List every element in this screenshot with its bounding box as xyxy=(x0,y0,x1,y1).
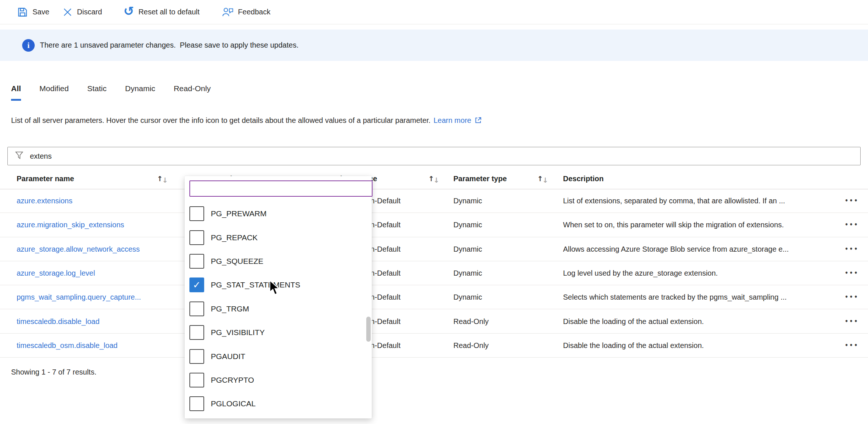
parameter-link[interactable]: pgms_wait_sampling.query_capture... xyxy=(17,293,141,301)
option-label: PG_REPACK xyxy=(211,233,258,242)
row-more-button[interactable]: ••• xyxy=(845,197,859,204)
option-pg-trgm[interactable]: ✓ PG_TRGM xyxy=(185,297,372,321)
row-more-button[interactable]: ••• xyxy=(845,221,859,228)
feedback-label: Feedback xyxy=(238,8,271,16)
table-row: azure.migration_skip_extensions Non-Defa… xyxy=(0,213,868,237)
table-row: timescaledb_osm.disable_load Non-Default… xyxy=(0,334,868,358)
option-pglogical[interactable]: ✓ PGLOGICAL xyxy=(185,392,372,416)
description-cell: Disable the loading of the actual extens… xyxy=(563,317,704,325)
checkbox[interactable]: ✓ xyxy=(189,206,204,221)
row-more-button[interactable]: ••• xyxy=(845,270,859,276)
description-text: List of all server parameters. Hover the… xyxy=(11,116,430,125)
learn-more-link[interactable]: Learn more xyxy=(433,116,471,125)
page-description: List of all server parameters. Hover the… xyxy=(11,116,482,125)
parameter-link[interactable]: timescaledb_osm.disable_load xyxy=(17,341,118,349)
reset-all-button[interactable]: ↺ Reset all to default xyxy=(123,6,199,18)
table-row: pgms_wait_sampling.query_capture... Non-… xyxy=(0,285,868,309)
option-pg-squeeze[interactable]: ✓ PG_SQUEEZE xyxy=(185,249,372,273)
option-pg-visibility[interactable]: ✓ PG_VISIBILITY xyxy=(185,321,372,344)
option-label: PG_SQUEEZE xyxy=(211,257,263,266)
row-more-button[interactable]: ••• xyxy=(845,318,859,325)
option-label: PG_TRGM xyxy=(211,304,249,313)
parameter-type-cell: Dynamic xyxy=(453,269,482,278)
sort-icon-value-source[interactable]: ↑↓ xyxy=(428,175,439,183)
description-cell: List of extensions, separated by comma, … xyxy=(563,197,785,205)
checkbox[interactable]: ✓ xyxy=(189,325,204,340)
feedback-person-icon xyxy=(222,7,234,17)
table-row: azure_storage.log_level Non-Default Dyna… xyxy=(0,261,868,285)
parameter-link[interactable]: azure_storage.log_level xyxy=(17,269,95,278)
checkbox[interactable]: ✓ xyxy=(189,373,204,387)
filter-input[interactable] xyxy=(29,152,769,161)
reset-undo-icon: ↺ xyxy=(123,5,134,17)
save-icon xyxy=(17,7,28,18)
row-more-button[interactable]: ••• xyxy=(845,246,859,252)
option-label: PGLOGICAL xyxy=(211,399,255,408)
tab-all[interactable]: All xyxy=(11,84,21,101)
results-count: Showing 1 - 7 of 7 results. xyxy=(11,368,96,376)
description-cell: Disable the loading of the actual extens… xyxy=(563,341,704,349)
sort-icon-parameter-name[interactable]: ↑↓ xyxy=(157,175,168,183)
checkbox[interactable]: ✓ xyxy=(189,278,204,292)
banner-message: There are 1 unsaved parameter changes. P… xyxy=(40,41,298,49)
save-label: Save xyxy=(32,8,49,16)
option-label: PG_STAT_STATEMENTS xyxy=(211,280,300,289)
tab-read-only[interactable]: Read-Only xyxy=(174,84,210,101)
save-button[interactable]: Save xyxy=(17,7,49,18)
dropdown-option-list: ✓ PG_PREWARM ✓ PG_REPACK ✓ PG_SQUEEZE ✓ … xyxy=(185,202,372,416)
tab-modified[interactable]: Modified xyxy=(40,84,69,101)
option-label: PG_PREWARM xyxy=(211,209,267,218)
description-cell: Allows accessing Azure Storage Blob serv… xyxy=(563,245,789,253)
external-link-icon xyxy=(474,116,482,126)
parameter-type-cell: Read-Only xyxy=(453,341,489,349)
option-pg-prewarm[interactable]: ✓ PG_PREWARM xyxy=(185,202,372,225)
checkbox[interactable]: ✓ xyxy=(189,301,204,316)
discard-x-icon xyxy=(62,7,73,17)
table-row: timescaledb.disable_load Non-Default Rea… xyxy=(0,309,868,333)
filter-funnel-icon xyxy=(14,151,24,162)
dropdown-search-input[interactable] xyxy=(189,180,373,197)
reset-label: Reset all to default xyxy=(138,8,200,16)
parameter-type-cell: Dynamic xyxy=(453,221,482,229)
parameter-type-cell: Dynamic xyxy=(453,197,482,205)
discard-button[interactable]: Discard xyxy=(62,7,102,17)
col-parameter-name[interactable]: Parameter name xyxy=(17,174,74,183)
table-header: Parameter name ↑↓ Value Value source ↑↓ … xyxy=(0,168,868,189)
table-body: azure.extensions Non-Default Dynamic Lis… xyxy=(0,189,868,358)
checkbox[interactable]: ✓ xyxy=(189,396,204,411)
parameter-filter-box xyxy=(7,147,861,165)
option-label: PGCRYPTO xyxy=(211,376,254,385)
table-row: azure_storage.allow_network_access Non-D… xyxy=(0,237,868,261)
parameter-link[interactable]: azure_storage.allow_network_access xyxy=(17,245,140,253)
row-more-button[interactable]: ••• xyxy=(845,294,859,300)
filter-tabs: All Modified Static Dynamic Read-Only xyxy=(11,84,229,101)
description-cell: When set to on, this parameter will skip… xyxy=(563,221,784,229)
dropdown-scrollbar-thumb[interactable] xyxy=(366,317,371,342)
col-description: Description xyxy=(563,174,604,183)
check-icon: ✓ xyxy=(193,280,201,290)
info-icon: i xyxy=(22,39,35,52)
parameter-type-cell: Read-Only xyxy=(453,317,489,325)
option-label: PGAUDIT xyxy=(211,352,245,361)
parameter-link[interactable]: azure.extensions xyxy=(17,197,72,205)
checkbox[interactable]: ✓ xyxy=(189,254,204,269)
option-pg-repack[interactable]: ✓ PG_REPACK xyxy=(185,225,372,249)
tab-static[interactable]: Static xyxy=(87,84,107,101)
option-pg-stat-statements[interactable]: ✓ PG_STAT_STATEMENTS xyxy=(185,273,372,297)
parameter-type-cell: Dynamic xyxy=(453,293,482,301)
command-bar: Save Discard ↺ Reset all to default Feed… xyxy=(0,0,868,24)
col-parameter-type[interactable]: Parameter type xyxy=(453,174,507,183)
discard-label: Discard xyxy=(77,8,102,16)
feedback-button[interactable]: Feedback xyxy=(222,7,271,17)
parameter-link[interactable]: timescaledb.disable_load xyxy=(17,317,100,325)
tab-dynamic[interactable]: Dynamic xyxy=(125,84,155,101)
option-pgcrypto[interactable]: ✓ PGCRYPTO xyxy=(185,368,372,392)
description-cell: Selects which statements are tracked by … xyxy=(563,293,787,301)
parameter-link[interactable]: azure.migration_skip_extensions xyxy=(17,221,124,229)
row-more-button[interactable]: ••• xyxy=(845,342,859,349)
checkbox[interactable]: ✓ xyxy=(189,230,204,245)
checkbox[interactable]: ✓ xyxy=(189,349,204,364)
sort-icon-parameter-type[interactable]: ↑↓ xyxy=(537,175,548,183)
option-pgaudit[interactable]: ✓ PGAUDIT xyxy=(185,344,372,368)
option-label: PG_VISIBILITY xyxy=(211,328,265,337)
